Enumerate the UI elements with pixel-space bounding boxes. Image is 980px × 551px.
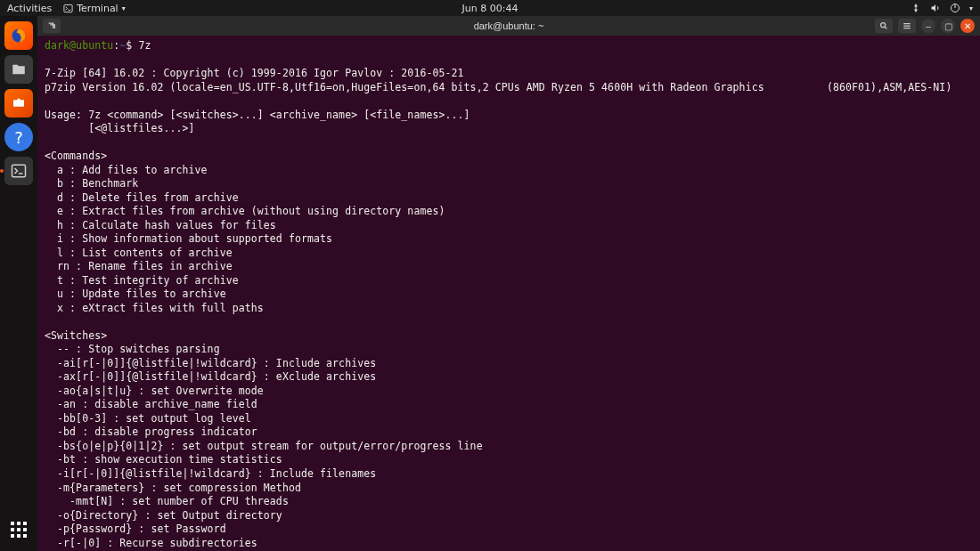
out-switch: -bd : disable progress indicator [45, 425, 257, 438]
hamburger-menu[interactable] [898, 19, 916, 33]
show-applications[interactable] [4, 515, 33, 544]
out-cmd: a : Add files to archive [45, 164, 208, 176]
out-cmd: b : Benchmark [45, 177, 138, 190]
out-cmd: h : Calculate hash values for files [45, 219, 276, 231]
ubuntu-dock: ? [0, 16, 37, 551]
out-cmd: i : Show information about supported for… [45, 232, 332, 245]
dock-firefox[interactable] [4, 21, 33, 50]
out-switch: -o{Directory} : set Output directory [45, 509, 282, 522]
svg-point-4 [881, 23, 886, 28]
prompt-symbol: $ [126, 39, 132, 52]
out-cmd: e : Extract files from archive (without … [45, 205, 445, 217]
dock-help[interactable]: ? [4, 123, 33, 151]
terminal-icon [62, 3, 73, 13]
out-switch: -r[-|0] : Recurse subdirectories [45, 537, 257, 549]
out-switch: -bb[0-3] : set output log level [45, 412, 251, 425]
out-header: <Switches> [45, 329, 107, 342]
activities-button[interactable]: Activities [7, 3, 52, 14]
out-switch: -m{Parameters} : set compression Method [45, 482, 301, 494]
out-switch: -bt : show execution time statistics [45, 453, 282, 466]
dock-software[interactable] [4, 89, 33, 117]
out-line: p7zip Version 16.02 (locale=en_US.UTF-8,… [45, 81, 951, 93]
chevron-down-icon[interactable]: ▾ [969, 4, 973, 12]
out-line: 7-Zip [64] 16.02 : Copyright (c) 1999-20… [45, 67, 464, 79]
terminal-window: dark@ubuntu: ~ – ▢ ✕ dark@ubuntu:~$ 7z 7… [37, 16, 980, 551]
out-cmd: x : eXtract files with full paths [45, 302, 264, 314]
out-switch: -an : disable archive_name field [45, 398, 257, 410]
out-line: [<@listfiles...>] [45, 122, 195, 134]
out-switch: -ai[r[-|0]]{@listfile|!wildcard} : Inclu… [45, 357, 376, 369]
out-line: Usage: 7z <command> [<switches>...] <arc… [45, 109, 470, 121]
search-button[interactable] [875, 19, 893, 33]
prompt-user-host: dark@ubuntu [45, 39, 113, 52]
out-cmd: d : Delete files from archive [45, 191, 239, 204]
command-input: 7z [138, 39, 151, 52]
out-switch: -mmt[N] : set number of CPU threads [45, 495, 289, 507]
out-switch: -- : Stop switches parsing [45, 343, 220, 355]
terminal-content[interactable]: dark@ubuntu:~$ 7z 7-Zip [64] 16.02 : Cop… [37, 36, 980, 551]
out-header: <Commands> [45, 150, 107, 162]
power-icon[interactable] [950, 3, 960, 13]
app-menu-label: Terminal [77, 3, 118, 14]
out-switch: -ao{a|s|t|u} : set Overwrite mode [45, 385, 264, 397]
gnome-topbar: Activities Terminal ▾ Jun 8 00:44 ▾ [0, 0, 980, 16]
out-cmd: l : List contents of archive [45, 247, 233, 259]
svg-rect-0 [64, 4, 72, 12]
network-icon[interactable] [911, 3, 921, 13]
clock[interactable]: Jun 8 00:44 [462, 3, 519, 14]
dock-files[interactable] [4, 55, 33, 84]
app-menu-terminal[interactable]: Terminal ▾ [62, 3, 126, 14]
out-switch: -p{Password} : set Password [45, 523, 226, 535]
maximize-button[interactable]: ▢ [941, 19, 955, 33]
volume-icon[interactable] [930, 3, 941, 13]
minimize-button[interactable]: – [921, 19, 935, 33]
close-button[interactable]: ✕ [960, 19, 975, 33]
window-titlebar: dark@ubuntu: ~ – ▢ ✕ [37, 16, 980, 36]
out-switch: -i[r[-|0]]{@listfile|!wildcard} : Includ… [45, 467, 376, 480]
svg-rect-3 [12, 165, 26, 177]
out-cmd: u : Update files to archive [45, 288, 226, 300]
window-title: dark@ubuntu: ~ [474, 20, 544, 31]
out-cmd: t : Test integrity of archive [45, 274, 239, 287]
new-tab-button[interactable] [43, 19, 61, 33]
out-switch: -bs{o|e|p}{0|1|2} : set output stream fo… [45, 440, 483, 452]
out-cmd: rn : Rename files in archive [45, 260, 233, 272]
out-switch: -ax[r[-|0]]{@listfile|!wildcard} : eXclu… [45, 370, 376, 383]
chevron-down-icon: ▾ [122, 4, 126, 12]
dock-terminal[interactable] [4, 157, 33, 185]
